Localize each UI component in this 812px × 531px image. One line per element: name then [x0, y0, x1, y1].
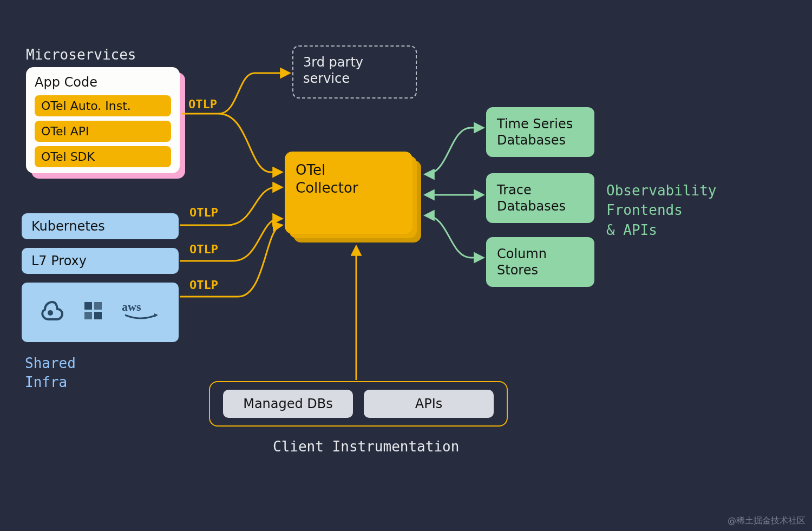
microservices-card: App Code OTel Auto. Inst. OTel API OTel …	[26, 67, 180, 173]
app-code-title: App Code	[35, 75, 171, 90]
observability-title: Observability Frontends & APIs	[606, 181, 717, 240]
third-party-service-box: 3rd party service	[292, 45, 417, 99]
column-store-box: Column Stores	[486, 237, 594, 287]
otel-collector-stack: OTel Collector	[285, 152, 421, 242]
microservices-title: Microservices	[26, 47, 136, 63]
time-series-db-box: Time Series Databases	[486, 107, 594, 157]
microservices-card-stack: App Code OTel Auto. Inst. OTel API OTel …	[26, 67, 180, 173]
svg-rect-1	[84, 302, 92, 310]
kubernetes-box: Kubernetes	[22, 213, 179, 239]
shared-infra-title: Shared Infra	[25, 354, 76, 392]
aws-icon: aws	[122, 299, 160, 326]
managed-dbs-box: Managed DBs	[223, 390, 353, 418]
l7-proxy-box: L7 Proxy	[22, 248, 179, 274]
gcp-icon	[41, 299, 64, 326]
svg-point-0	[48, 310, 53, 316]
svg-rect-4	[94, 312, 102, 319]
otlp-label-microservices: OTLP	[188, 97, 217, 111]
otlp-label-l7: OTLP	[189, 242, 218, 256]
trace-db-box: Trace Databases	[486, 173, 594, 223]
client-instrumentation-title: Client Instrumentation	[273, 438, 459, 455]
svg-rect-2	[94, 302, 102, 310]
otel-api-pill: OTel API	[35, 121, 171, 142]
apis-box: APIs	[364, 390, 494, 418]
svg-text:aws: aws	[122, 300, 141, 313]
otlp-label-k8s: OTLP	[189, 206, 218, 219]
otel-auto-inst-pill: OTel Auto. Inst.	[35, 95, 171, 116]
svg-rect-3	[84, 312, 92, 319]
otlp-label-cloud: OTLP	[189, 278, 218, 292]
watermark: @稀土掘金技术社区	[728, 515, 806, 527]
otel-sdk-pill: OTel SDK	[35, 146, 171, 167]
cloud-providers-box: aws	[22, 283, 179, 342]
otel-collector-box: OTel Collector	[285, 152, 412, 234]
client-instrumentation-frame: Managed DBs APIs	[209, 381, 508, 427]
azure-icon	[82, 300, 104, 325]
